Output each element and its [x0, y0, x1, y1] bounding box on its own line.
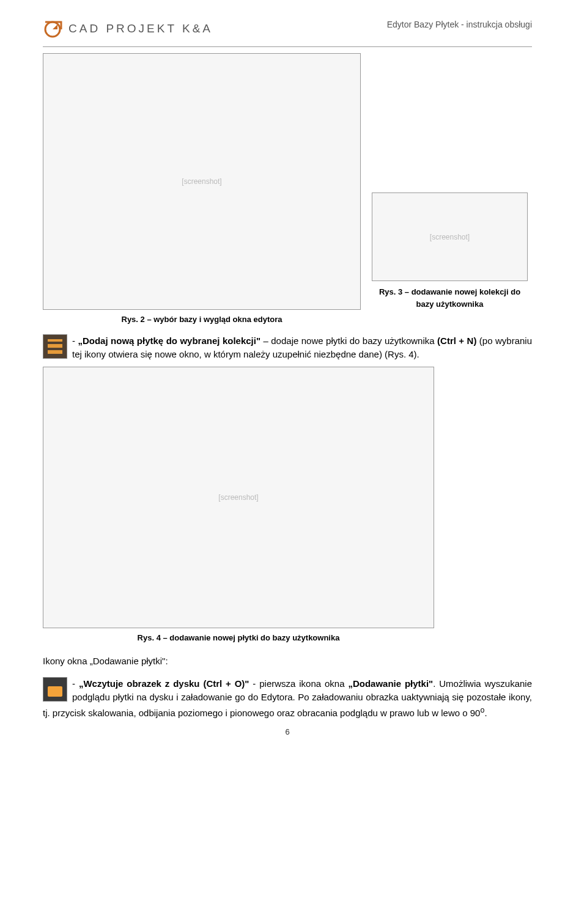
figure-2-caption: Rys. 2 – wybór bazy i wygląd okna edytor…	[43, 314, 361, 326]
paragraph-add-tile: - „Dodaj nową płytkę do wybranej kolekcj…	[43, 334, 532, 362]
p1-mid: – dodaje nowe płytki do bazy użytkownika	[260, 336, 437, 346]
figure-editor-window: [screenshot]	[43, 53, 361, 310]
brand-block: CAD PROJEKT K&A	[43, 18, 213, 39]
p2-period: .	[484, 708, 487, 718]
add-tile-icon	[43, 334, 67, 359]
paragraph-load-image: - „Wczytuje obrazek z dysku (Ctrl + O)" …	[43, 677, 532, 721]
brand-name: CAD PROJEKT K&A	[68, 20, 213, 38]
doc-title: Edytor Bazy Płytek - instrukcja obsługi	[387, 18, 532, 31]
p2-command: „Wczytuje obrazek z dysku (Ctrl + O)"	[79, 678, 249, 689]
brand-logo-icon	[43, 18, 64, 39]
page-number: 6	[43, 726, 532, 738]
open-file-icon	[43, 677, 67, 702]
page-header: CAD PROJEKT K&A Edytor Bazy Płytek - ins…	[43, 18, 532, 39]
p1-hotkey: (Ctrl + N)	[437, 336, 476, 346]
figure-add-collection-dialog: [screenshot]	[372, 193, 528, 281]
figure-add-tile-window: [screenshot]	[43, 367, 434, 628]
figure-4-caption: Rys. 4 – dodawanie nowej płytki do bazy …	[43, 632, 434, 644]
svg-marker-1	[53, 24, 57, 29]
p1-command: „Dodaj nową płytkę do wybranej kolekcji"	[78, 336, 260, 346]
section-icons-header: Ikony okna „Dodawanie płytki":	[43, 654, 532, 669]
p2-mid: - pierwsza ikona okna	[249, 678, 348, 689]
header-divider	[43, 46, 532, 47]
figures-row-1: [screenshot] [screenshot] Rys. 3 – dodaw…	[43, 53, 532, 326]
figure-3-caption: Rys. 3 – dodawanie nowej kolekcji do baz…	[372, 286, 528, 310]
p2-prefix: -	[72, 678, 79, 689]
p2-window: „Dodawanie płytki"	[348, 678, 433, 689]
